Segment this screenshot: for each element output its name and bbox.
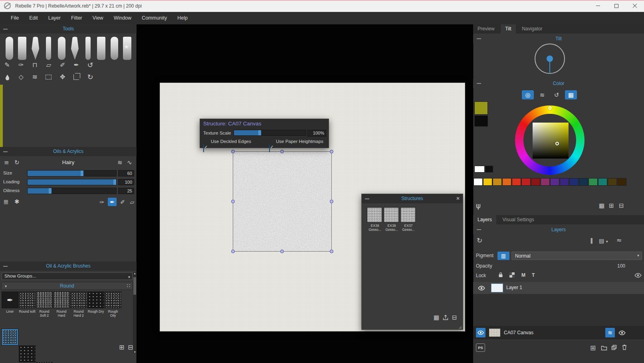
water-tool-icon[interactable]: [2, 74, 12, 80]
structures-grid-view-icon[interactable]: ▦: [434, 314, 439, 321]
transform-handle-e[interactable]: [330, 200, 333, 203]
brush-item[interactable]: Round soft: [19, 292, 36, 313]
brush-item-selected[interactable]: [2, 329, 18, 345]
blow-tool-icon[interactable]: ≋: [30, 72, 40, 82]
paper-texture-icon[interactable]: ≣: [3, 198, 8, 206]
white-swatch[interactable]: [474, 166, 485, 173]
duplicate-layer-button[interactable]: [611, 345, 617, 352]
ps-export-button[interactable]: PS: [476, 343, 485, 352]
canvas-visibility-button[interactable]: [476, 328, 485, 337]
scrollbar-thumb[interactable]: [133, 277, 136, 295]
canvas-settings-button[interactable]: ≋: [605, 328, 615, 337]
selected-texture-region[interactable]: [233, 151, 332, 252]
palette-swatch[interactable]: [541, 178, 550, 186]
palette-swatch[interactable]: [550, 178, 559, 186]
dry-brush-icon[interactable]: ✐: [118, 198, 127, 206]
smudge-tool-icon[interactable]: ✑: [16, 60, 26, 70]
particles-icon[interactable]: ✱: [14, 198, 20, 205]
primary-color-swatch[interactable]: [474, 101, 488, 115]
palette-swatch[interactable]: [512, 178, 521, 186]
brush-item[interactable]: Rough Dry: [87, 292, 104, 313]
canvas-thumbnail[interactable]: [489, 328, 501, 337]
palette-swatch[interactable]: [483, 178, 492, 186]
pigment-mode-button[interactable]: ▥: [497, 252, 509, 260]
opacity-value[interactable]: 100: [617, 263, 625, 269]
eraser-tool-icon[interactable]: ▱: [44, 60, 54, 70]
lock-transparency-icon[interactable]: [509, 272, 515, 278]
brush-tool-3[interactable]: [30, 35, 42, 60]
canvas-visual-icon[interactable]: [618, 330, 626, 337]
menu-view[interactable]: View: [87, 12, 109, 24]
canvas-layer-name[interactable]: CA07 Canvas: [504, 330, 533, 335]
structures-remove-icon[interactable]: ⊟: [452, 314, 457, 321]
color-history-button[interactable]: ↺: [551, 90, 563, 99]
structure-item[interactable]: EX38 Gesso...: [384, 207, 400, 232]
brush-tool-4[interactable]: [43, 35, 55, 60]
structure-item[interactable]: EX39 Gesso...: [367, 207, 384, 232]
structures-import-icon[interactable]: [443, 315, 448, 322]
transform-handle-ne[interactable]: [330, 150, 333, 153]
brush-tool-5[interactable]: [56, 35, 68, 60]
minimize-button[interactable]: [589, 0, 607, 12]
selection-tool-icon[interactable]: [44, 75, 54, 79]
rewet-layer-icon[interactable]: ↻: [477, 236, 482, 244]
palette-swatch[interactable]: [589, 178, 598, 186]
palette-swatch[interactable]: [579, 178, 588, 186]
size-slider[interactable]: [27, 170, 117, 177]
collapse-icon[interactable]: [3, 266, 8, 267]
layer-name[interactable]: Layer 1: [506, 285, 522, 290]
masking-fluid-toggle[interactable]: M: [521, 272, 525, 278]
brush-item[interactable]: Rough Oily: [105, 292, 121, 317]
current-color-strip[interactable]: [0, 85, 3, 148]
transform-handle-n[interactable]: [280, 150, 284, 153]
delete-layer-button[interactable]: [622, 344, 627, 352]
menu-window[interactable]: Window: [109, 12, 137, 24]
brush-item[interactable]: Round Soft 2: [36, 292, 53, 317]
undo-button[interactable]: ↺: [85, 60, 95, 70]
show-groups-dropdown[interactable]: Show Groups... ▾: [2, 272, 133, 280]
collapse-icon[interactable]: [3, 29, 8, 30]
collapse-icon[interactable]: [477, 38, 481, 39]
structure-item[interactable]: EX37 Gesso...: [400, 207, 417, 232]
brush-tool-1[interactable]: [3, 35, 15, 60]
redo-button[interactable]: ↻: [85, 72, 95, 82]
hue-ring-marker[interactable]: [548, 106, 552, 110]
deckled-edges-checkbox[interactable]: [203, 145, 204, 152]
tab-navigator[interactable]: Navigator: [517, 24, 547, 34]
layer-row-layer1[interactable]: Layer 1: [473, 282, 644, 294]
wet-brush-icon[interactable]: ✒: [108, 198, 117, 206]
tab-layers[interactable]: Layers: [473, 215, 496, 224]
brush-item[interactable]: [19, 345, 36, 362]
brush-tool-8[interactable]: [95, 35, 107, 60]
marker-tool-icon[interactable]: ✒: [71, 60, 81, 70]
color-set-button[interactable]: ▦: [565, 90, 577, 99]
brush-scrollbar[interactable]: ▴ ▾: [133, 272, 137, 353]
brush-item[interactable]: Round Hard: [53, 292, 70, 317]
palette-swatch[interactable]: [531, 178, 540, 186]
add-color-icon[interactable]: ⊞: [609, 202, 614, 209]
palette-swatch[interactable]: [608, 178, 617, 186]
menu-community[interactable]: Community: [137, 12, 172, 24]
layer-visibility-toggle[interactable]: [478, 285, 485, 292]
collapse-icon[interactable]: [365, 198, 369, 199]
transform-handle-sw[interactable]: [231, 250, 235, 253]
transform-handle-nw[interactable]: [231, 150, 235, 153]
water-flow-icon[interactable]: ≈: [616, 236, 622, 244]
palette-knife-icon[interactable]: ▱: [129, 198, 136, 206]
color-sliders-mode-button[interactable]: ≋: [536, 90, 548, 99]
loading-value[interactable]: 100: [118, 179, 134, 185]
tracing-toggle[interactable]: T: [532, 272, 535, 278]
palette-swatch[interactable]: [502, 178, 511, 186]
layer-thumbnail[interactable]: [491, 284, 503, 292]
palette-swatch[interactable]: [493, 178, 502, 186]
size-value[interactable]: 60: [118, 170, 134, 177]
tab-tilt[interactable]: Tilt: [501, 24, 516, 34]
brush-item[interactable]: Round Hard 2: [70, 292, 87, 317]
scroll-up-icon[interactable]: ▴: [133, 272, 137, 275]
menu-edit[interactable]: Edit: [24, 12, 43, 24]
color-picker-tool-icon[interactable]: ✐: [58, 60, 67, 70]
crop-tool-icon[interactable]: [71, 74, 81, 80]
loading-slider[interactable]: [27, 179, 117, 185]
scroll-down-icon[interactable]: ▾: [133, 350, 137, 354]
black-swatch[interactable]: [485, 166, 493, 173]
